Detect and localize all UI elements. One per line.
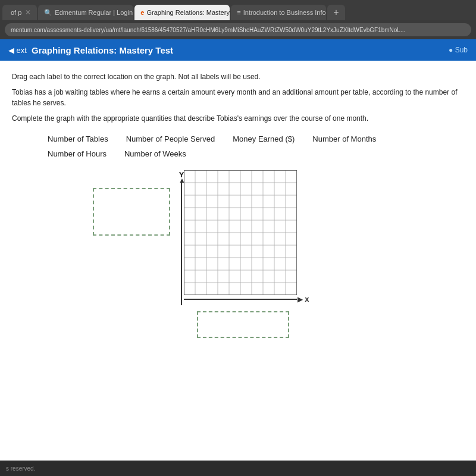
- labels-area-row2: Number of Hours Number of Weeks: [12, 149, 464, 158]
- instruction-2: Tobias has a job waiting tables where he…: [12, 87, 464, 108]
- browser-window: of p ✕ 🔍 Edmentum Regular | Login ✕ e Gr…: [0, 0, 476, 476]
- graph-top-row: Y ▲: [179, 170, 298, 305]
- address-input[interactable]: [5, 23, 471, 36]
- graph-grid-svg: [184, 170, 297, 295]
- label-number-of-hours[interactable]: Number of Hours: [48, 149, 107, 158]
- graph-container: Y ▲: [12, 170, 464, 305]
- x-axis-row: ▶ x: [184, 295, 309, 303]
- tab-2-icon: e: [140, 9, 144, 16]
- tab-0-label: of p: [11, 9, 21, 16]
- app-header-title: Graphing Relations: Mastery Test: [32, 45, 173, 55]
- footer: s reserved.: [0, 461, 476, 476]
- app-header: ◀ ext Graphing Relations: Mastery Test ●…: [0, 39, 476, 61]
- tab-1-label: Edmentum Regular | Login: [55, 9, 133, 16]
- x-axis-line: [184, 299, 297, 300]
- tab-1[interactable]: 🔍 Edmentum Regular | Login ✕: [38, 5, 133, 20]
- tab-0[interactable]: of p ✕: [2, 5, 37, 20]
- app-header-sub: ● Sub: [449, 46, 468, 54]
- tab-0-close[interactable]: ✕: [25, 8, 31, 17]
- main-content: Drag each label to the correct location …: [0, 61, 476, 461]
- x-axis-drop-zone[interactable]: [197, 311, 289, 338]
- back-icon[interactable]: ◀ ext: [8, 46, 27, 55]
- grid-area: ▶ x: [184, 170, 297, 295]
- label-number-of-tables[interactable]: Number of Tables: [48, 134, 108, 143]
- label-money-earned[interactable]: Money Earned ($): [233, 134, 295, 143]
- tab-2-label: Graphing Relations: Mastery Test: [146, 9, 230, 16]
- tab-bar: of p ✕ 🔍 Edmentum Regular | Login ✕ e Gr…: [0, 0, 476, 20]
- x-axis-arrow-label: x: [305, 295, 309, 303]
- y-axis-line: ▲: [181, 180, 182, 305]
- footer-text: s reserved.: [6, 465, 35, 472]
- label-number-of-people-served[interactable]: Number of People Served: [126, 134, 215, 143]
- tab-3[interactable]: ≡ Introduction to Business Informe ✕: [231, 5, 326, 20]
- tab-3-label: Introduction to Business Informe: [243, 9, 327, 16]
- tab-3-icon: ≡: [237, 9, 240, 16]
- instruction-1: Drag each label to the correct location …: [12, 71, 464, 82]
- x-axis-arrowhead: ▶: [298, 295, 303, 303]
- tab-new[interactable]: +: [327, 5, 345, 20]
- tab-1-icon: 🔍: [44, 9, 52, 17]
- y-axis-drop-zone[interactable]: [93, 188, 170, 236]
- address-bar: [0, 20, 476, 39]
- label-number-of-months[interactable]: Number of Months: [312, 134, 376, 143]
- label-number-of-weeks[interactable]: Number of Weeks: [124, 149, 186, 158]
- instruction-3: Complete the graph with the appropriate …: [12, 113, 464, 124]
- graph-wrapper: Y ▲: [179, 170, 298, 305]
- tab-2[interactable]: e Graphing Relations: Mastery Test ✕: [134, 5, 230, 20]
- labels-area: Number of Tables Number of People Served…: [12, 134, 464, 143]
